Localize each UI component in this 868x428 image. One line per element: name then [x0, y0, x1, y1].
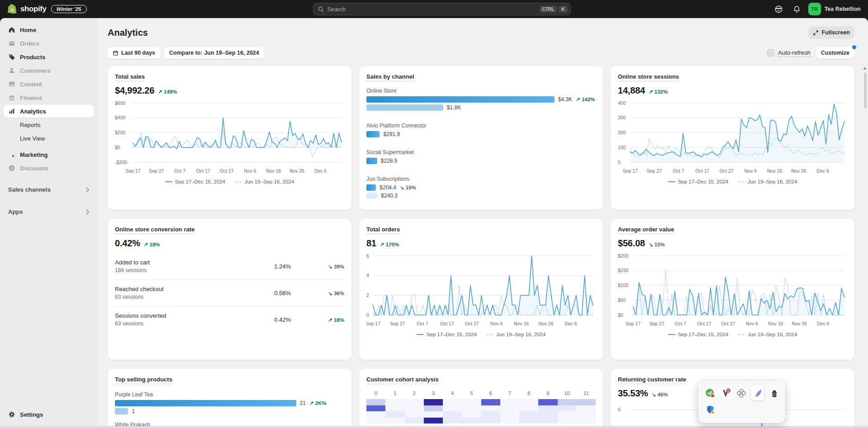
- sidebar-item-home[interactable]: Home: [4, 24, 94, 36]
- scrollbar-thumb[interactable]: [864, 72, 867, 108]
- shopify-logo[interactable]: S shopify: [7, 4, 47, 14]
- cohort-cell[interactable]: [519, 405, 538, 412]
- cohort-cell[interactable]: [462, 405, 481, 412]
- extension-v-blocked-icon[interactable]: [720, 386, 731, 400]
- sidebar-item-products[interactable]: Products: [4, 51, 94, 63]
- fullscreen-button[interactable]: Fullscreen: [808, 26, 854, 39]
- sidebar-item-reports[interactable]: Reports: [4, 118, 94, 131]
- cohort-cell[interactable]: [519, 418, 538, 424]
- metric-title-conversion[interactable]: Online store conversion rate: [115, 226, 194, 234]
- extension-feather-icon[interactable]: [751, 385, 764, 400]
- cohort-cell[interactable]: [462, 411, 481, 418]
- cohort-cell[interactable]: [424, 399, 443, 405]
- extension-knot-icon[interactable]: [735, 386, 747, 400]
- cohort-cell[interactable]: [385, 405, 404, 412]
- sidebar-item-marketing[interactable]: Marketing: [4, 148, 94, 161]
- cohort-cell[interactable]: [424, 411, 443, 418]
- cohort-cell[interactable]: [577, 411, 596, 418]
- cohort-cell[interactable]: [424, 418, 443, 424]
- cohort-cell[interactable]: [385, 411, 404, 418]
- cohort-cell[interactable]: [366, 399, 385, 405]
- metric-title-orders[interactable]: Total orders: [366, 226, 400, 234]
- cohort-cell[interactable]: [424, 405, 443, 412]
- cohort-cell[interactable]: [366, 405, 385, 412]
- cohort-cell[interactable]: [405, 405, 424, 412]
- legend-previous-swatch: [737, 181, 745, 183]
- cohort-cell[interactable]: [558, 411, 577, 418]
- compare-button[interactable]: Compare to: Jun 19–Sep 16, 2024: [164, 47, 264, 59]
- cohort-cell[interactable]: [405, 399, 424, 405]
- account-menu[interactable]: TR Tea Rebellion: [808, 3, 861, 15]
- sidekick-button[interactable]: [772, 2, 786, 16]
- cohort-cell[interactable]: [538, 405, 557, 412]
- notifications-button[interactable]: [790, 2, 804, 16]
- metric-title-sessions[interactable]: Online store sessions: [618, 73, 679, 81]
- metric-value-orders: 81: [366, 238, 376, 249]
- cohort-cell[interactable]: [443, 399, 462, 405]
- cohort-cell[interactable]: [443, 411, 462, 418]
- metric-title-sales-by-channel[interactable]: Sales by channel: [366, 73, 414, 81]
- cohort-cell[interactable]: [538, 411, 557, 418]
- cohort-cell[interactable]: [519, 399, 538, 405]
- cohort-cell[interactable]: [405, 418, 424, 424]
- cohort-cell[interactable]: [481, 418, 500, 424]
- sidebar-section-apps[interactable]: Apps: [4, 208, 94, 215]
- chart-legend: Sep 17–Dec 15, 2024 Jun 19–Sep 16, 2024: [366, 332, 596, 337]
- cohort-cell[interactable]: [577, 405, 596, 412]
- svg-text:Dec 6: Dec 6: [817, 321, 830, 326]
- cohort-cell[interactable]: [558, 418, 577, 424]
- sidebar-item-settings[interactable]: Settings: [4, 408, 94, 421]
- cohort-cell[interactable]: [481, 399, 500, 405]
- cohort-cell[interactable]: [385, 418, 404, 424]
- cohort-cell[interactable]: [500, 399, 519, 405]
- sidebar-item-live-view[interactable]: Live View: [4, 132, 94, 145]
- auto-refresh-checkbox[interactable]: [767, 49, 774, 56]
- extension-shield-warning-icon[interactable]: [704, 403, 717, 416]
- cohort-cell[interactable]: [385, 399, 404, 405]
- cohort-column-header: 9: [538, 390, 557, 396]
- cohort-cell[interactable]: [462, 399, 481, 405]
- shopify-bag-icon: S: [7, 4, 17, 14]
- cohort-cell[interactable]: [538, 399, 557, 405]
- svg-text:$600: $600: [115, 100, 126, 106]
- cohort-cell[interactable]: [577, 418, 596, 424]
- metric-title-returning[interactable]: Returning customer rate: [618, 376, 686, 384]
- auto-refresh-toggle[interactable]: Auto-refresh: [767, 49, 811, 57]
- cohort-column-header: 0: [366, 390, 385, 396]
- metric-title-cohort[interactable]: Customer cohort analysis: [366, 376, 439, 384]
- cohort-cell[interactable]: [500, 418, 519, 424]
- channel-name: Juo Subscriptions: [366, 176, 596, 182]
- cohort-cell[interactable]: [500, 411, 519, 418]
- cohort-cell[interactable]: [366, 411, 385, 418]
- fullscreen-icon: [813, 30, 819, 36]
- cohort-cell[interactable]: [462, 418, 481, 424]
- cohort-cell[interactable]: [538, 418, 557, 424]
- date-range-button[interactable]: Last 90 days: [108, 47, 160, 59]
- cohort-cell[interactable]: [366, 418, 385, 424]
- cohort-cell[interactable]: [558, 399, 577, 405]
- search-input[interactable]: [327, 6, 538, 13]
- cohort-cell[interactable]: [405, 411, 424, 418]
- customize-button[interactable]: Customize: [816, 47, 854, 59]
- browser-extensions-popup: [698, 381, 785, 423]
- cohort-cell[interactable]: [481, 411, 500, 418]
- sidebar-section-sales-channels[interactable]: Sales channels: [4, 186, 94, 193]
- metric-title-total-sales[interactable]: Total sales: [115, 73, 145, 81]
- extension-trash-icon[interactable]: [768, 386, 780, 400]
- cohort-cell[interactable]: [558, 405, 577, 412]
- change-indicator: ↘ 15%: [400, 184, 416, 191]
- metric-title-aov[interactable]: Average order value: [618, 226, 674, 234]
- metric-title-top-products[interactable]: Top selling products: [115, 376, 172, 384]
- sidebar-item-analytics[interactable]: Analytics: [4, 105, 94, 118]
- search-bar[interactable]: CTRL K: [313, 3, 571, 15]
- extension-privacy-check-icon[interactable]: [704, 386, 716, 400]
- cohort-cell[interactable]: [443, 405, 462, 412]
- cohort-cell[interactable]: [519, 411, 538, 418]
- cohort-cell[interactable]: [481, 405, 500, 412]
- cohort-cell[interactable]: [443, 418, 462, 424]
- scrollbar-up-arrow[interactable]: [863, 67, 867, 70]
- svg-text:Nov 26: Nov 26: [792, 321, 807, 326]
- sidebar-item-label: Customers: [20, 67, 51, 74]
- cohort-cell[interactable]: [500, 405, 519, 412]
- cohort-cell[interactable]: [577, 399, 596, 405]
